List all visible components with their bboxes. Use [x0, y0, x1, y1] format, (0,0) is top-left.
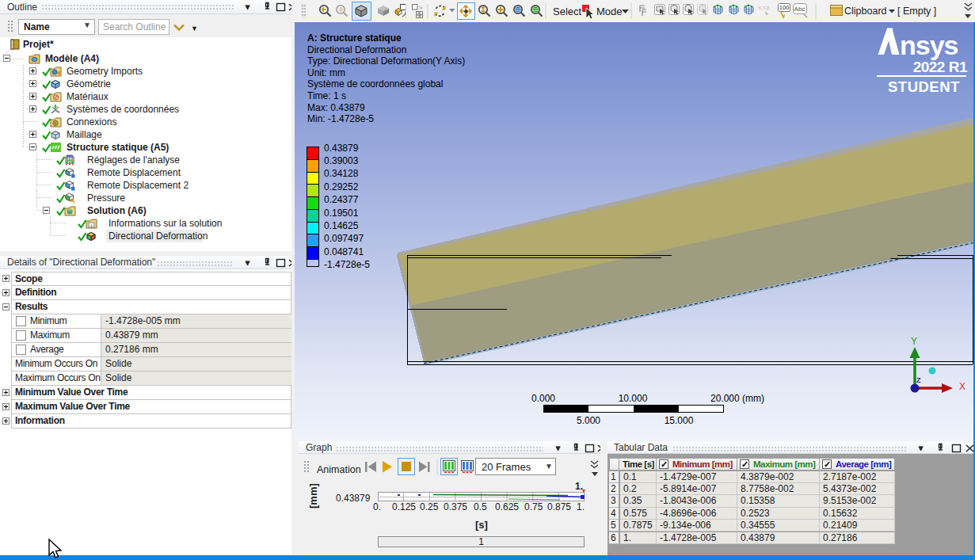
svg-text:100: 100: [779, 4, 790, 11]
svg-text:X: X: [959, 381, 965, 392]
svg-text:X.Y.Z: X.Y.Z: [758, 6, 770, 10]
svg-text:2022 R1: 2022 R1: [913, 59, 968, 75]
svg-text:20.000 (mm): 20.000 (mm): [710, 393, 764, 404]
svg-text:Abc: Abc: [794, 6, 806, 13]
svg-text:STUDENT: STUDENT: [888, 78, 960, 95]
svg-text:nsys: nsys: [900, 30, 958, 60]
svg-text:15.000: 15.000: [665, 415, 694, 426]
svg-text:Z: Z: [916, 376, 921, 384]
svg-text:10.000: 10.000: [619, 393, 648, 404]
svg-text:Y: Y: [911, 336, 917, 347]
svg-text:0.000: 0.000: [531, 393, 555, 404]
svg-text:5.000: 5.000: [577, 415, 600, 426]
